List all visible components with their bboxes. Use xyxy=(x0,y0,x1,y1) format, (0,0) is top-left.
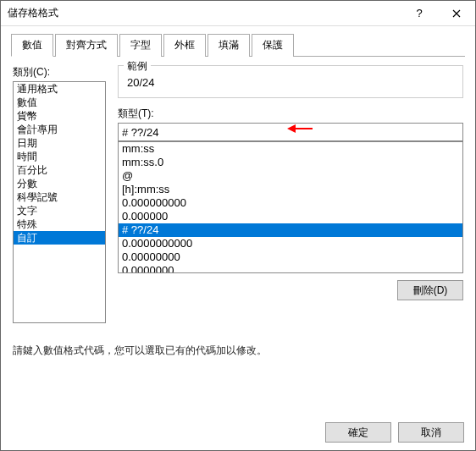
category-item[interactable]: 百分比 xyxy=(14,163,105,177)
type-input[interactable] xyxy=(118,123,463,141)
tabs: 數值對齊方式字型外框填滿保護 xyxy=(11,33,465,57)
type-label: 類型(T): xyxy=(118,107,463,121)
tab-4[interactable]: 填滿 xyxy=(208,34,250,57)
category-item[interactable]: 自訂 xyxy=(14,231,105,245)
format-item[interactable]: mm:ss xyxy=(119,142,462,156)
hint-text: 請鍵入數值格式代碼，您可以選取已有的代碼加以修改。 xyxy=(13,344,463,358)
tab-1[interactable]: 對齊方式 xyxy=(55,34,118,57)
category-item[interactable]: 會計專用 xyxy=(14,123,105,136)
sample-box: 範例 20/24 xyxy=(118,65,463,98)
category-listbox[interactable]: 通用格式數值貨幣會計專用日期時間百分比分數科學記號文字特殊自訂 xyxy=(13,81,106,323)
format-listbox[interactable]: mm:ssmm:ss.0@[h]:mm:ss0.0000000000.00000… xyxy=(118,141,463,273)
category-item[interactable]: 分數 xyxy=(14,177,105,190)
category-item[interactable]: 特殊 xyxy=(14,217,105,231)
category-item[interactable]: 數值 xyxy=(14,96,105,109)
format-item[interactable]: 0.00000000 xyxy=(119,250,462,264)
category-item[interactable]: 貨幣 xyxy=(14,109,105,123)
help-button[interactable]: ? xyxy=(401,1,438,26)
category-item[interactable]: 科學記號 xyxy=(14,190,105,204)
format-item[interactable]: mm:ss.0 xyxy=(119,156,462,169)
category-label: 類別(C): xyxy=(13,65,106,80)
close-button[interactable] xyxy=(438,1,475,26)
format-item[interactable]: 0.000000 xyxy=(119,210,462,223)
sample-label: 範例 xyxy=(124,59,151,74)
format-item[interactable]: @ xyxy=(119,169,462,183)
window-title: 儲存格格式 xyxy=(8,6,401,20)
ok-button[interactable]: 確定 xyxy=(325,422,391,443)
format-item[interactable]: [h]:mm:ss xyxy=(119,183,462,196)
category-item[interactable]: 通用格式 xyxy=(14,82,105,96)
category-item[interactable]: 日期 xyxy=(14,136,105,150)
close-icon xyxy=(452,9,461,18)
delete-button[interactable]: 刪除(D) xyxy=(397,280,463,300)
format-item[interactable]: 0.000000000 xyxy=(119,196,462,210)
category-item[interactable]: 文字 xyxy=(14,204,105,217)
tab-5[interactable]: 保護 xyxy=(252,34,294,57)
tab-0[interactable]: 數值 xyxy=(11,34,53,57)
tab-2[interactable]: 字型 xyxy=(119,34,162,57)
tab-3[interactable]: 外框 xyxy=(163,34,206,57)
format-item[interactable]: 0.0000000000 xyxy=(119,237,462,250)
format-item[interactable]: 0.0000000 xyxy=(119,264,462,273)
titlebar: 儲存格格式 ? xyxy=(1,1,475,26)
category-item[interactable]: 時間 xyxy=(14,150,105,163)
format-item[interactable]: # ??/24 xyxy=(119,223,462,237)
cancel-button[interactable]: 取消 xyxy=(398,422,464,443)
sample-value: 20/24 xyxy=(125,71,456,91)
